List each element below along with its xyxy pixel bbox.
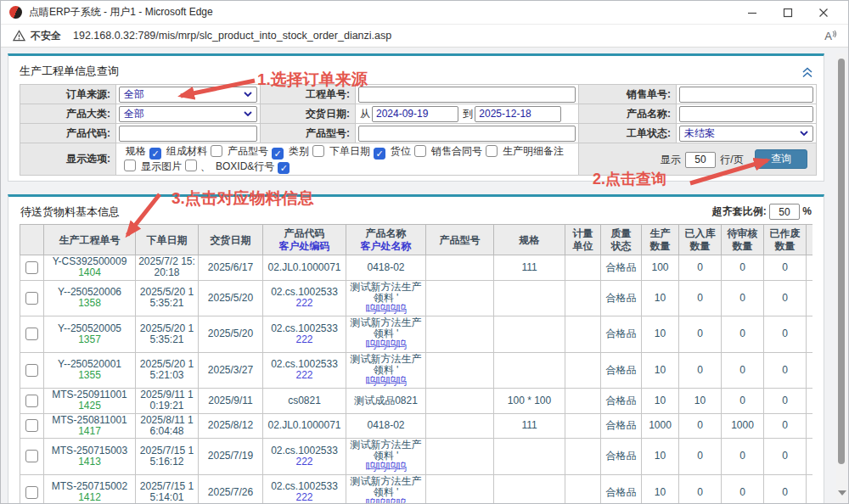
- display-options-list: 规格组成材料产品型号类别下单日期货位销售合同号生产明细备注显示图片、BOXID&…: [121, 145, 564, 172]
- delivery-date-to-prefix: 到: [463, 108, 473, 120]
- table-row[interactable]: Y--25052000513572025/5/20 15:35:212025/5…: [20, 316, 813, 353]
- table-cell: 0: [679, 316, 722, 353]
- cell-text: 2025/9/11 10:19:21: [137, 389, 197, 412]
- title-bar: 点睛ERP子系统 - 用户1 - Microsoft Edge: [1, 1, 848, 25]
- display-option-label: 产品型号: [228, 145, 268, 157]
- delivery-date-from-input[interactable]: [372, 106, 458, 122]
- order-source-select[interactable]: 全部: [119, 87, 257, 103]
- cell-link[interactable]: 呜呜呜呜: [347, 304, 424, 315]
- table-cell: [807, 438, 813, 474]
- cell-text: 合格品: [602, 262, 640, 273]
- cell-link[interactable]: 呜呜呜呜: [347, 498, 424, 504]
- cell-text: 测试新方法生产领料 ': [347, 440, 424, 462]
- table-cell: 0: [722, 280, 764, 316]
- product-model-input[interactable]: [358, 126, 576, 142]
- table-cell: 2025/7/15 15:16:12: [136, 438, 199, 474]
- table-cell: 02.cs.1002533222: [263, 474, 346, 504]
- page-scrollbar-thumb[interactable]: [838, 59, 845, 464]
- table-row[interactable]: Y-CS39250000914042025/7/2 15:20:182025/6…: [20, 255, 813, 280]
- table-cell: 10: [642, 280, 679, 316]
- display-option-checkbox[interactable]: [486, 145, 498, 157]
- row-checkbox[interactable]: [25, 328, 38, 340]
- close-button[interactable]: [806, 2, 841, 24]
- cell-link[interactable]: 呜呜呜呜: [347, 376, 424, 387]
- query-panel: 生产工程单信息查询 订单来源: 全部 工程单号: 销售单号:: [8, 53, 824, 182]
- table-cell: [426, 255, 494, 280]
- row-checkbox[interactable]: [25, 261, 38, 274]
- product-code-input[interactable]: [119, 126, 257, 142]
- sales-no-input[interactable]: [679, 87, 813, 103]
- cell-text: 2025/7/19: [200, 451, 261, 462]
- display-option-checkbox[interactable]: [278, 162, 290, 174]
- display-option-checkbox[interactable]: [414, 145, 426, 157]
- product-category-label: 产品大类:: [20, 104, 116, 124]
- cell-text: 1413: [45, 456, 134, 468]
- cell-link[interactable]: 222: [264, 492, 345, 503]
- cell-link[interactable]: 呜呜呜呜: [347, 339, 424, 350]
- cell-link[interactable]: 222: [264, 370, 345, 381]
- cell-link[interactable]: 呜呜呜呜: [347, 462, 424, 473]
- cell-text: 10: [643, 365, 678, 376]
- table-row[interactable]: MTS-25071500214122025/7/15 15:14:012025/…: [20, 474, 813, 504]
- row-checkbox[interactable]: [25, 450, 38, 462]
- cell-link[interactable]: 222: [264, 456, 345, 468]
- checkbox-cell: [20, 474, 44, 504]
- display-option-label: BOXID&行号: [216, 160, 274, 172]
- table-row[interactable]: MTS-25091100114252025/9/11 10:19:212025/…: [20, 389, 813, 413]
- table-row[interactable]: Y--25052000613582025/5/20 15:35:212025/5…: [20, 280, 813, 316]
- table-cell: 1000: [722, 413, 764, 438]
- table-cell: 0: [679, 438, 722, 474]
- table-cell: [807, 255, 813, 280]
- row-checkbox[interactable]: [25, 486, 38, 499]
- row-checkbox[interactable]: [25, 395, 38, 407]
- product-name-input[interactable]: [679, 106, 813, 122]
- table-row[interactable]: Y--25052000113552025/5/20 15:21:032025/3…: [20, 352, 813, 389]
- table-cell: 2025/7/2 15:20:18: [136, 255, 199, 280]
- url-bar[interactable]: 不安全 192.168.0.32:789/mis/mrp/slc_product…: [1, 25, 848, 48]
- minimize-button[interactable]: [734, 2, 770, 24]
- query-panel-title: 生产工程单信息查询: [20, 64, 119, 77]
- read-aloud-icon[interactable]: A: [824, 30, 838, 42]
- display-option-checkbox[interactable]: [124, 160, 136, 171]
- table-cell: 0: [722, 474, 764, 504]
- cell-text: 10: [643, 328, 678, 339]
- cell-text: cs0821: [264, 395, 345, 406]
- project-no-input[interactable]: [358, 87, 576, 103]
- table-cell: Y--2505200011355: [44, 352, 136, 389]
- display-option-checkbox[interactable]: [272, 148, 284, 160]
- page-size-input[interactable]: [685, 152, 716, 168]
- scroll-down-icon[interactable]: [838, 490, 846, 496]
- delivery-date-to-input[interactable]: [475, 106, 561, 122]
- table-row[interactable]: MTS-25081100114172025/8/11 16:04:482025/…: [20, 413, 813, 438]
- row-checkbox[interactable]: [25, 419, 38, 432]
- row-checkbox[interactable]: [25, 364, 38, 377]
- cell-text: 10: [643, 487, 678, 498]
- cell-text: 1358: [45, 298, 134, 309]
- annotation-step2: 2.点击查询: [593, 169, 666, 189]
- display-option-checkbox[interactable]: [374, 148, 385, 160]
- collapse-panel-icon[interactable]: [801, 66, 813, 81]
- table-cell: Y--2505200051357: [44, 316, 136, 353]
- materials-table-wrapper: 生产工程单号下单日期交货日期产品代码客户处编码产品名称客户处名称产品型号规格计量…: [20, 224, 812, 504]
- display-option-checkbox[interactable]: [211, 145, 222, 157]
- table-row[interactable]: MTS-25071500314132025/7/15 15:16:122025/…: [20, 438, 813, 474]
- display-option-checkbox[interactable]: [185, 160, 197, 171]
- cell-link[interactable]: 222: [264, 298, 345, 309]
- maximize-button[interactable]: [770, 2, 806, 24]
- cell-link[interactable]: 222: [264, 334, 345, 345]
- table-cell: [565, 389, 601, 413]
- table-cell: 0: [679, 474, 722, 504]
- row-checkbox[interactable]: [25, 292, 38, 305]
- search-button[interactable]: 查询: [755, 149, 807, 169]
- checkbox-cell: [20, 438, 44, 474]
- order-status-select[interactable]: 未结案: [679, 126, 813, 142]
- product-category-select[interactable]: 全部: [119, 106, 257, 122]
- table-cell: 2025/3/27: [199, 352, 263, 389]
- security-label[interactable]: 不安全: [31, 29, 61, 43]
- display-option-checkbox[interactable]: [312, 145, 324, 157]
- ratio-input[interactable]: [769, 204, 800, 220]
- page-size-label: 显示: [661, 154, 681, 165]
- url-text[interactable]: 192.168.0.32:789/mis/mrp/slc_product_int…: [73, 30, 391, 42]
- page-scrollbar[interactable]: [836, 53, 847, 502]
- display-option-checkbox[interactable]: [149, 148, 161, 160]
